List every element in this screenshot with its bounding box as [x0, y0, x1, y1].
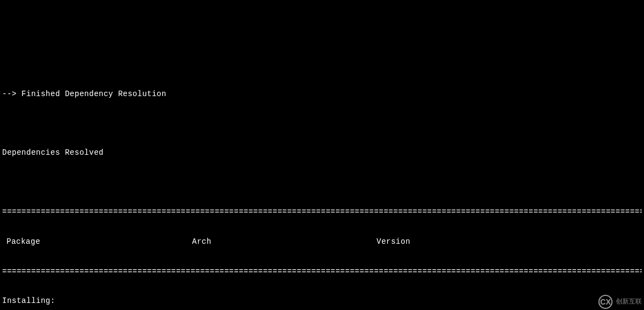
table-header-row: Package Arch Version — [2, 237, 642, 246]
col-header-arch: Arch — [192, 237, 377, 246]
divider-line: ========================================… — [2, 207, 642, 217]
terminal-output[interactable]: --> Finished Dependency Resolution Depen… — [0, 40, 644, 310]
output-line — [2, 59, 642, 69]
watermark-logo-icon: CX — [598, 295, 613, 309]
output-line: --> Finished Dependency Resolution — [2, 89, 642, 99]
divider-line: ========================================… — [2, 267, 642, 276]
output-line — [2, 118, 642, 128]
col-header-version: Version — [377, 237, 642, 246]
installing-label: Installing: — [2, 296, 642, 306]
watermark: CX 创新互联 — [598, 295, 642, 309]
output-line — [2, 178, 642, 187]
col-header-package: Package — [2, 237, 192, 246]
watermark-text: 创新互联 — [616, 298, 642, 306]
output-line: Dependencies Resolved — [2, 148, 642, 157]
